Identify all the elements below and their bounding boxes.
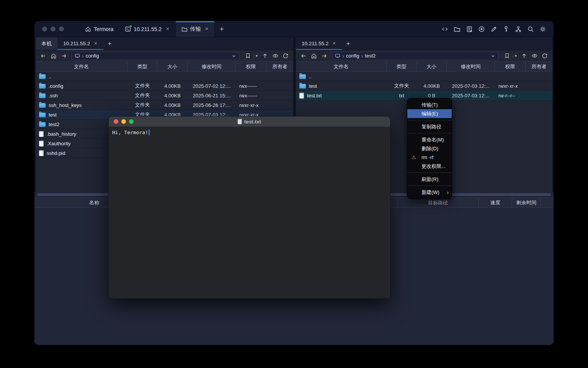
header-owner[interactable]: 所有者: [266, 62, 293, 71]
close-tab-icon[interactable]: [166, 26, 169, 31]
header-filename[interactable]: 文件名: [296, 62, 387, 71]
show-hidden-eye-icon[interactable]: [530, 52, 539, 60]
code-icon[interactable]: [441, 25, 449, 33]
minimize-window-button[interactable]: [51, 26, 56, 31]
context-menu-item[interactable]: 传输(T): [407, 100, 452, 109]
forward-button[interactable]: [59, 52, 69, 60]
upload-icon[interactable]: [260, 52, 270, 60]
header-mtime[interactable]: 修改时间: [188, 62, 236, 71]
editor-zoom-button[interactable]: [129, 119, 134, 124]
tab-local[interactable]: 本机: [36, 37, 57, 50]
header-mtime[interactable]: 修改时间: [447, 62, 495, 71]
bookmark-icon[interactable]: [243, 52, 252, 60]
back-button[interactable]: [299, 52, 308, 60]
menu-item-label: rm -rf: [421, 154, 433, 160]
header-size[interactable]: 大小: [416, 62, 447, 71]
refresh-icon[interactable]: [281, 52, 290, 60]
new-panel-tab-button[interactable]: [342, 37, 355, 50]
tab-remote-host[interactable]: 10.211.55.2: [57, 37, 103, 50]
path-breadcrumb[interactable]: config test2: [332, 52, 498, 60]
context-menu-item[interactable]: 重命名(M): [407, 135, 452, 144]
cell-type: 文件夹: [387, 82, 416, 89]
header-perm[interactable]: 权限: [495, 62, 526, 71]
path-segment[interactable]: test2: [365, 53, 376, 59]
bookmark-dropdown-icon[interactable]: [255, 54, 258, 58]
context-menu-item[interactable]: [407, 186, 452, 186]
context-menu-item[interactable]: 新建(W): [407, 188, 452, 197]
editor-content[interactable]: Hi, Termora!: [109, 127, 390, 298]
file-row[interactable]: ..: [36, 72, 293, 81]
cell-filename: test: [296, 83, 387, 89]
home-button[interactable]: [49, 52, 58, 60]
tab-ssh-session[interactable]: 10.211.55.2: [119, 21, 175, 37]
tab-transfer[interactable]: 传输: [175, 21, 215, 37]
close-tab-icon[interactable]: [205, 26, 209, 31]
chevron-down-icon[interactable]: [232, 54, 236, 58]
editor-titlebar[interactable]: test.txt: [109, 117, 390, 127]
file-row[interactable]: ssh_host_keys 文件夹 4.00KB 2025-06-26 17:.…: [36, 100, 293, 110]
path-segment[interactable]: config: [86, 53, 99, 59]
bookmark-icon[interactable]: [502, 52, 511, 60]
header-type[interactable]: 类型: [127, 62, 157, 71]
new-tab-button[interactable]: [215, 21, 229, 37]
left-panel-toolbar: config: [36, 50, 293, 61]
context-menu-item[interactable]: [407, 133, 452, 133]
back-button[interactable]: [39, 52, 48, 60]
tab-termora-home[interactable]: Termora: [79, 21, 119, 37]
close-tab-icon[interactable]: [332, 41, 336, 46]
editor-close-button[interactable]: [114, 119, 118, 124]
upload-icon[interactable]: [519, 52, 529, 60]
cell-size: 0 B: [416, 93, 447, 99]
keychain-icon[interactable]: [514, 25, 522, 33]
header-filename[interactable]: 文件名: [36, 62, 127, 71]
header-size[interactable]: 大小: [157, 62, 188, 71]
file-type-icon: [39, 103, 46, 108]
zoom-window-button[interactable]: [59, 26, 64, 31]
refresh-icon[interactable]: [540, 52, 549, 60]
header-type[interactable]: 类型: [387, 62, 416, 71]
header-speed[interactable]: 速度: [479, 198, 512, 207]
tab-label: 10.211.55.2: [302, 41, 328, 46]
file-row[interactable]: ..: [296, 72, 552, 81]
cell-type: 文件夹: [127, 102, 157, 108]
context-menu-item[interactable]: 复制路径: [407, 122, 452, 131]
context-menu-item[interactable]: 编辑(E): [407, 109, 452, 118]
computer-icon: [75, 53, 80, 59]
window-controls: [34, 21, 69, 37]
home-button[interactable]: [309, 52, 318, 60]
chevron-down-icon[interactable]: [491, 54, 495, 58]
file-type-icon: [299, 93, 304, 99]
notes-icon[interactable]: [466, 25, 473, 33]
header-perm[interactable]: 权限: [236, 62, 266, 71]
settings-icon[interactable]: [539, 25, 547, 33]
key-icon[interactable]: [502, 25, 510, 33]
header-target-path[interactable]: 目标路径: [397, 198, 479, 207]
new-panel-tab-button[interactable]: [103, 37, 116, 50]
tab-remote-host[interactable]: 10.211.55.2: [296, 37, 342, 50]
close-tab-icon[interactable]: [94, 41, 97, 46]
context-menu-item[interactable]: [407, 120, 452, 120]
context-menu-item[interactable]: [407, 172, 452, 173]
header-owner[interactable]: 所有者: [526, 62, 552, 71]
path-segment[interactable]: config: [346, 53, 359, 59]
close-window-button[interactable]: [42, 26, 47, 31]
tab-label: Termora: [94, 26, 113, 32]
tab-label: 10.211.55.2: [63, 41, 90, 46]
editor-minimize-button[interactable]: [121, 119, 126, 124]
context-menu-item[interactable]: 刷新(R): [407, 175, 452, 184]
file-row[interactable]: .ssh 文件夹 4.00KB 2025-06-21 15:... rwx---…: [36, 91, 293, 100]
context-menu-item[interactable]: rm -rf: [407, 153, 452, 162]
forward-button[interactable]: [320, 52, 329, 60]
file-row[interactable]: test 文件夹 4.00KB 2025-07-03 12:... rwxr-x…: [296, 81, 552, 91]
context-menu-item[interactable]: 删除(D): [407, 144, 452, 153]
search-icon[interactable]: [527, 25, 534, 33]
show-hidden-eye-icon[interactable]: [271, 52, 280, 60]
folder-icon[interactable]: [453, 25, 461, 33]
record-icon[interactable]: [478, 25, 485, 33]
bookmark-dropdown-icon[interactable]: [514, 54, 518, 58]
context-menu-item[interactable]: 更改权限...: [407, 162, 452, 171]
header-remaining-time[interactable]: 剩余时间: [512, 198, 541, 207]
file-row[interactable]: .config 文件夹 4.00KB 2025-07-02 12:... rwx…: [36, 81, 293, 91]
pencil-icon[interactable]: [490, 25, 498, 33]
path-breadcrumb[interactable]: config: [72, 52, 239, 60]
